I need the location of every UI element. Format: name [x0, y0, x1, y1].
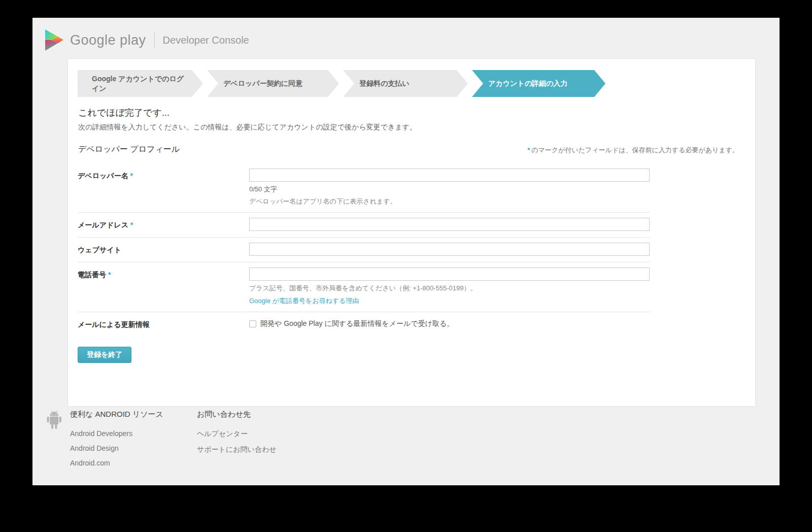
developer-name-input[interactable] [249, 169, 650, 182]
step-enter-account-details: アカウントの詳細の入力 [472, 70, 605, 97]
footer-link-contact-support[interactable]: サポートにお問い合わせ [197, 445, 277, 454]
website-label: ウェブサイト [78, 243, 249, 256]
brand-developer-console: Developer Console [163, 35, 249, 46]
page-title: これでほぼ完了です... [78, 107, 170, 119]
google-play-logo-icon [45, 29, 64, 51]
required-note-text: のマークが付いたフィールドは、保存前に入力する必要があります。 [531, 146, 739, 154]
website-input[interactable] [249, 243, 650, 256]
phone-help-text: プラス記号、国番号、市外局番を含めてください（例: +1-800-555-019… [249, 284, 650, 293]
step-pay-registration-fee: 登録料の支払い [343, 70, 468, 97]
required-fields-note: *のマークが付いたフィールドは、保存前に入力する必要があります。 [527, 146, 739, 155]
footer-link-android-com[interactable]: Android.com [70, 459, 163, 467]
form-row-phone: 電話番号 * プラス記号、国番号、市外局番を含めてください（例: +1-800-… [78, 262, 650, 312]
footer-link-help-center[interactable]: ヘルプセンター [197, 429, 277, 439]
footer: 便利な ANDROID リソース Android Developers Andr… [45, 410, 277, 474]
page-subtitle: 次の詳細情報を入力してください。この情報は、必要に応じてアカウントの設定で後から… [78, 123, 417, 132]
email-label: メールアドレス * [78, 218, 249, 231]
footer-resources-column: 便利な ANDROID リソース Android Developers Andr… [70, 410, 163, 474]
developer-name-label: デベロッパー名 * [78, 169, 249, 206]
registration-card: Google アカウントでのログイン デベロッパー契約に同意 登録料の支払い ア… [67, 58, 756, 407]
browser-page: Google play Developer Console Google アカウ… [32, 18, 780, 485]
footer-contact-title: お問い合わせ先 [197, 410, 277, 419]
header: Google play Developer Console [45, 26, 249, 54]
developer-name-required-asterisk: * [130, 172, 133, 180]
email-updates-checkbox[interactable] [249, 320, 256, 327]
brand-google-play: Google play [70, 32, 146, 48]
phone-input[interactable] [249, 268, 650, 281]
email-updates-label: メールによる更新情報 [78, 317, 249, 329]
form-row-email-updates: メールによる更新情報 開発や Google Play に関する最新情報をメールで… [78, 312, 650, 336]
form-row-website: ウェブサイト [78, 238, 650, 262]
wizard-steps: Google アカウントでのログイン デベロッパー契約に同意 登録料の支払い ア… [78, 70, 605, 97]
phone-label: 電話番号 * [78, 268, 249, 306]
form-row-developer-name: デベロッパー名 * 0/50 文字 デベロッパー名はアプリ名の下に表示されます。 [78, 163, 650, 213]
footer-resources-title: 便利な ANDROID リソース [70, 410, 163, 419]
step-google-account-login: Google アカウントでのログイン [78, 70, 203, 97]
step-agree-developer-agreement: デベロッパー契約に同意 [207, 70, 339, 97]
form-row-email: メールアドレス * [78, 213, 650, 238]
footer-link-android-developers[interactable]: Android Developers [70, 429, 163, 438]
footer-contact-column: お問い合わせ先 ヘルプセンター サポートにお問い合わせ [197, 410, 277, 474]
required-asterisk: * [527, 146, 530, 154]
finish-registration-button[interactable]: 登録を終了 [78, 347, 131, 363]
developer-name-help-text: デベロッパー名はアプリ名の下に表示されます。 [249, 197, 650, 206]
android-robot-icon [45, 411, 63, 432]
email-updates-checkbox-label: 開発や Google Play に関する最新情報をメールで受け取る。 [260, 319, 454, 328]
email-input[interactable] [249, 218, 650, 231]
developer-profile-form: デベロッパー名 * 0/50 文字 デベロッパー名はアプリ名の下に表示されます。… [78, 163, 650, 336]
brand-divider [154, 32, 155, 48]
developer-name-char-counter: 0/50 文字 [249, 185, 650, 194]
footer-link-android-design[interactable]: Android Design [70, 444, 163, 452]
email-required-asterisk: * [130, 221, 133, 229]
section-title-developer-profile: デベロッパー プロフィール [78, 144, 180, 155]
phone-required-asterisk: * [108, 271, 111, 279]
phone-why-link[interactable]: Google が電話番号をお尋ねする理由 [249, 296, 359, 306]
